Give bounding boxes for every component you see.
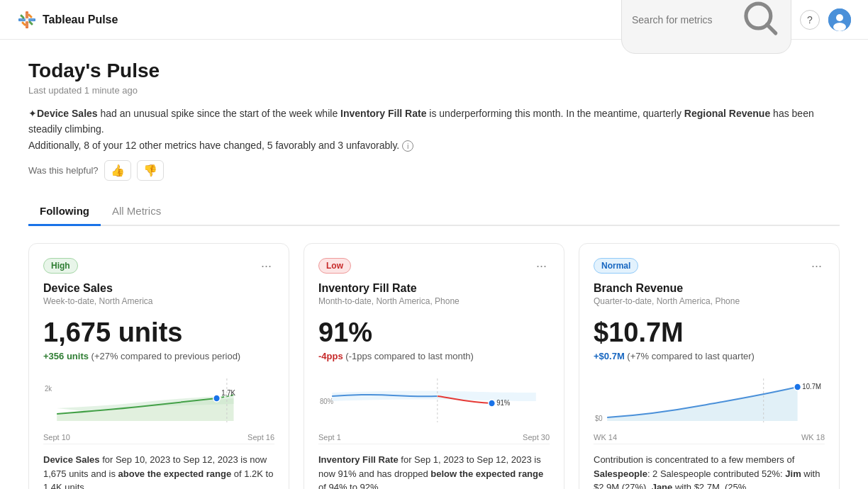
- metric-change: +356 units (+27% compared to previous pe…: [43, 351, 274, 361]
- metric-value: $10.7M: [594, 317, 825, 348]
- tab-following[interactable]: Following: [28, 198, 101, 226]
- summary-device-sales: Device Sales: [37, 108, 98, 119]
- chart-left-label: Sept 1: [318, 433, 341, 442]
- thumbs-down-button[interactable]: 👎: [137, 160, 164, 181]
- svg-rect-5: [28, 20, 33, 25]
- summary-regional-revenue: Regional Revenue: [684, 108, 770, 119]
- svg-text:2k: 2k: [45, 385, 52, 393]
- metric-change: +$0.7M (+7% compared to last quarter): [594, 351, 825, 361]
- metric-sub: Month-to-date, North America, Phone: [318, 296, 550, 306]
- card-inventory: Low ··· Inventory Fill Rate Month-to-dat…: [304, 243, 564, 489]
- card-more-button[interactable]: ···: [258, 259, 274, 274]
- ai-icon: ✦: [28, 108, 37, 119]
- svg-point-15: [213, 395, 221, 402]
- chart-right-label: Sept 30: [523, 433, 550, 442]
- last-updated-text: Last updated 1 minute ago: [28, 85, 840, 96]
- app-title: Tableau Pulse: [43, 13, 118, 26]
- tabs: Following All Metrics: [28, 198, 840, 226]
- metric-sub: Quarter-to-date, North America, Phone: [594, 296, 825, 306]
- info-icon[interactable]: i: [402, 140, 413, 152]
- search-input[interactable]: [632, 14, 735, 26]
- svg-point-14: [833, 23, 846, 31]
- card-description: Contribution is concentrated to a few me…: [594, 444, 825, 489]
- metric-value: 91%: [318, 317, 550, 348]
- svg-text:10.7M: 10.7M: [802, 383, 821, 390]
- card-more-button[interactable]: ···: [533, 259, 550, 274]
- svg-text:91%: 91%: [496, 399, 510, 407]
- metric-sub: Week-to-date, North America: [43, 296, 274, 306]
- card-branch-revenue: Normal ··· Branch Revenue Quarter-to-dat…: [579, 243, 840, 489]
- avatar[interactable]: [828, 9, 851, 31]
- chart-right-label: Sept 16: [247, 433, 274, 442]
- svg-rect-4: [20, 13, 25, 18]
- helpful-row: Was this helpful? 👍 👎: [28, 160, 840, 181]
- svg-line-11: [767, 25, 776, 33]
- chart-labels: Sept 1 Sept 30: [318, 433, 550, 442]
- badge-high: High: [43, 258, 78, 274]
- chart-left-label: WK 14: [594, 433, 617, 442]
- cards-container: High ··· Device Sales Week-to-date, Nort…: [28, 243, 840, 489]
- header-right: ?: [621, 0, 851, 54]
- card-device-sales: High ··· Device Sales Week-to-date, Nort…: [28, 243, 289, 489]
- chart-labels: Sept 10 Sept 16: [43, 433, 274, 442]
- card-header: Low ···: [318, 258, 550, 274]
- svg-text:80%: 80%: [320, 398, 333, 405]
- metric-name: Branch Revenue: [594, 282, 825, 295]
- svg-point-23: [794, 383, 801, 390]
- card-description: Device Sales for Sep 10, 2023 to Sep 12,…: [43, 444, 274, 489]
- svg-point-19: [489, 400, 496, 407]
- card-header: High ···: [43, 258, 274, 274]
- metric-change: -4pps (-1pps compared to last month): [318, 351, 550, 361]
- chart-area: 1.7K 2k Sept 10 Sept 16: [43, 371, 274, 435]
- helpful-label: Was this helpful?: [28, 165, 99, 176]
- svg-text:1.7K: 1.7K: [221, 389, 235, 397]
- metric-name: Device Sales: [43, 282, 274, 295]
- chart-left-label: Sept 10: [43, 433, 70, 442]
- svg-rect-7: [28, 13, 33, 18]
- thumbs-up-button[interactable]: 👍: [104, 160, 131, 181]
- chart-right-label: WK 18: [801, 433, 825, 442]
- tab-all-metrics[interactable]: All Metrics: [101, 198, 172, 226]
- svg-point-13: [836, 14, 843, 21]
- badge-low: Low: [318, 258, 351, 274]
- summary-text: ✦Device Sales had an unusual spike since…: [28, 106, 840, 153]
- chart-area: 10.7M $0 WK 14 WK 18: [594, 371, 825, 435]
- header: Tableau Pulse ?: [0, 0, 868, 40]
- card-header: Normal ···: [594, 258, 825, 274]
- card-description: Inventory Fill Rate for Sep 1, 2023 to S…: [318, 444, 550, 489]
- summary-inventory: Inventory Fill Rate: [340, 108, 426, 119]
- badge-normal: Normal: [594, 258, 638, 274]
- svg-rect-6: [21, 21, 26, 26]
- chart-labels: WK 14 WK 18: [594, 433, 825, 442]
- page-title: Today's Pulse: [28, 60, 840, 82]
- main-content: Today's Pulse Last updated 1 minute ago …: [0, 40, 868, 489]
- search-bar[interactable]: [621, 0, 791, 54]
- metric-name: Inventory Fill Rate: [318, 282, 550, 295]
- help-button[interactable]: ?: [800, 10, 820, 30]
- tableau-logo-icon: [17, 10, 37, 30]
- metric-value: 1,675 units: [43, 317, 274, 348]
- logo-area: Tableau Pulse: [17, 10, 118, 30]
- svg-text:$0: $0: [595, 415, 603, 422]
- search-icon: [741, 0, 781, 49]
- card-more-button[interactable]: ···: [808, 259, 825, 274]
- chart-area: 91% 80% Sept 1 Sept 30: [318, 371, 550, 435]
